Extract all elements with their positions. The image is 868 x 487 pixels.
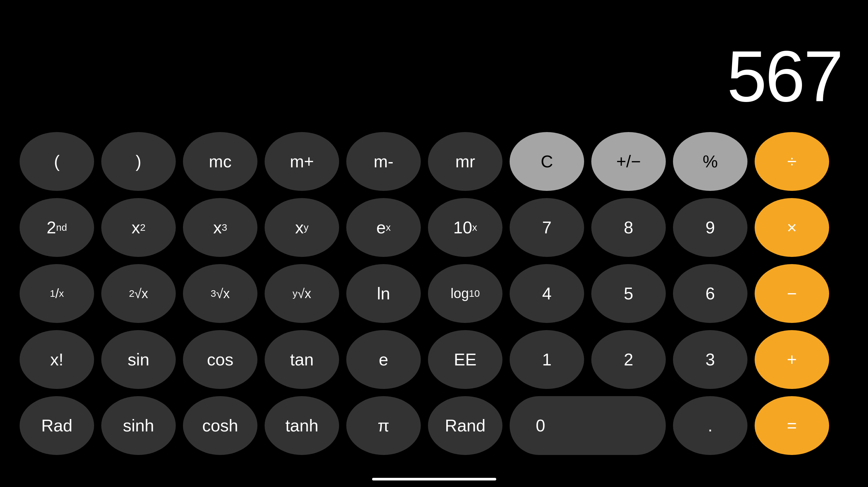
rand-button[interactable]: Rand	[428, 396, 502, 455]
sin-button[interactable]: sin	[101, 330, 176, 389]
2-button[interactable]: 2	[591, 330, 666, 389]
tan-button[interactable]: tan	[265, 330, 339, 389]
e-to-x-button[interactable]: ex	[346, 198, 421, 257]
add-button[interactable]: +	[755, 330, 829, 389]
ee-button[interactable]: EE	[428, 330, 502, 389]
x-squared-button[interactable]: x2	[101, 198, 176, 257]
6-button[interactable]: 6	[673, 264, 747, 323]
button-row-5: Rad sinh cosh tanh π Rand 0 . =	[20, 396, 848, 455]
home-bar	[372, 478, 496, 481]
x-cubed-button[interactable]: x3	[183, 198, 257, 257]
decimal-button[interactable]: .	[673, 396, 747, 455]
ln-button[interactable]: ln	[346, 264, 421, 323]
button-row-1: ( ) mc m+ m- mr C +/− % ÷	[20, 132, 848, 191]
5-button[interactable]: 5	[591, 264, 666, 323]
8-button[interactable]: 8	[591, 198, 666, 257]
equals-button[interactable]: =	[755, 396, 829, 455]
cos-button[interactable]: cos	[183, 330, 257, 389]
4-button[interactable]: 4	[509, 264, 584, 323]
display-value: 567	[727, 40, 842, 113]
reciprocal-button[interactable]: 1/x	[20, 264, 94, 323]
mr-button[interactable]: mr	[428, 132, 502, 191]
divide-button[interactable]: ÷	[755, 132, 829, 191]
open-paren-button[interactable]: (	[20, 132, 94, 191]
cosh-button[interactable]: cosh	[183, 396, 257, 455]
10-to-x-button[interactable]: 10x	[428, 198, 502, 257]
m-plus-button[interactable]: m+	[265, 132, 339, 191]
2nd-button[interactable]: 2nd	[20, 198, 94, 257]
plus-minus-button[interactable]: +/−	[591, 132, 666, 191]
buttons-area: ( ) mc m+ m- mr C +/− % ÷ 2nd x2 x3 xy e…	[0, 125, 868, 475]
pi-button[interactable]: π	[346, 396, 421, 455]
0-button[interactable]: 0	[509, 396, 666, 455]
sqrt2-button[interactable]: 2√x	[101, 264, 176, 323]
x-to-y-button[interactable]: xy	[265, 198, 339, 257]
percent-button[interactable]: %	[673, 132, 747, 191]
log10-button[interactable]: log10	[428, 264, 502, 323]
display-area: 567	[0, 0, 868, 125]
clear-button[interactable]: C	[509, 132, 584, 191]
sqrt3-button[interactable]: 3√x	[183, 264, 257, 323]
home-indicator	[0, 478, 868, 487]
m-minus-button[interactable]: m-	[346, 132, 421, 191]
button-row-4: x! sin cos tan e EE 1 2 3 +	[20, 330, 848, 389]
sqrty-button[interactable]: y√x	[265, 264, 339, 323]
9-button[interactable]: 9	[673, 198, 747, 257]
rad-button[interactable]: Rad	[20, 396, 94, 455]
multiply-button[interactable]: ×	[755, 198, 829, 257]
sinh-button[interactable]: sinh	[101, 396, 176, 455]
button-row-2: 2nd x2 x3 xy ex 10x 7 8 9 ×	[20, 198, 848, 257]
mc-button[interactable]: mc	[183, 132, 257, 191]
tanh-button[interactable]: tanh	[265, 396, 339, 455]
e-button[interactable]: e	[346, 330, 421, 389]
3-button[interactable]: 3	[673, 330, 747, 389]
factorial-button[interactable]: x!	[20, 330, 94, 389]
subtract-button[interactable]: −	[755, 264, 829, 323]
button-row-3: 1/x 2√x 3√x y√x ln log10 4 5 6 −	[20, 264, 848, 323]
close-paren-button[interactable]: )	[101, 132, 176, 191]
1-button[interactable]: 1	[509, 330, 584, 389]
7-button[interactable]: 7	[509, 198, 584, 257]
